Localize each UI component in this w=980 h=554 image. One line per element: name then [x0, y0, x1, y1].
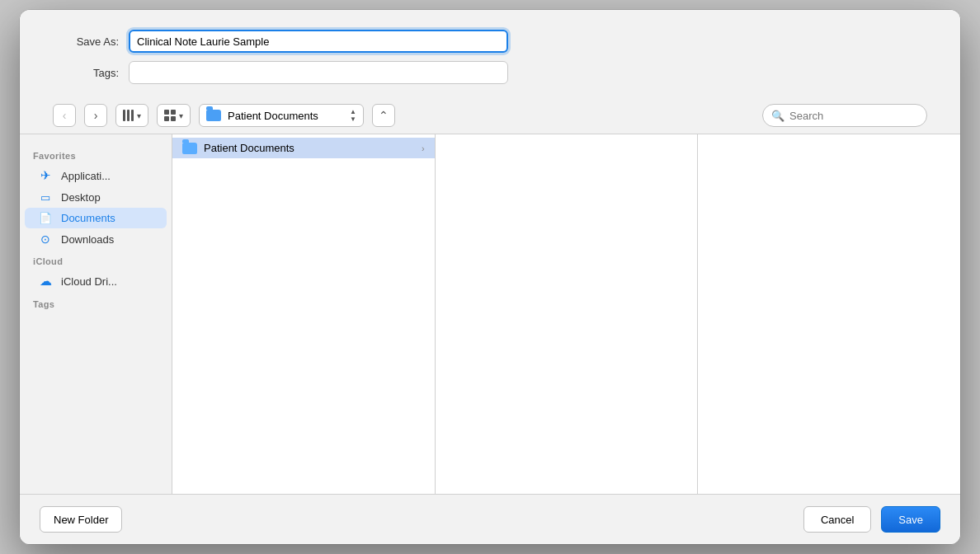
bottom-bar: New Folder Cancel Save [20, 494, 960, 544]
sidebar-documents-label: Documents [61, 212, 115, 224]
sidebar-item-downloads[interactable]: ⊙ Downloads [25, 228, 167, 250]
sidebar-item-icloud-drive[interactable]: ☁ iCloud Dri... [25, 270, 167, 293]
tags-row: Tags: [53, 61, 927, 84]
favorites-section-label: Favorites [20, 144, 172, 164]
documents-icon: 📄 [38, 212, 53, 224]
grid-view-button[interactable]: ▾ [157, 104, 191, 127]
search-icon: 🔍 [771, 110, 784, 122]
back-button[interactable]: ‹ [53, 104, 76, 127]
patient-documents-folder-icon [182, 143, 197, 154]
up-button[interactable]: ⌃ [372, 104, 395, 127]
sidebar-item-desktop[interactable]: ▭ Desktop [25, 187, 167, 208]
file-browser: Patient Documents › [172, 134, 960, 494]
sidebar: Favorites ✈ Applicati... ▭ Desktop 📄 Doc… [20, 134, 172, 494]
sidebar-desktop-label: Desktop [61, 191, 101, 204]
sidebar-item-applications[interactable]: ✈ Applicati... [25, 164, 167, 187]
sidebar-icloud-label: iCloud Dri... [61, 275, 117, 288]
downloads-icon: ⊙ [38, 232, 53, 246]
save-button[interactable]: Save [881, 506, 940, 533]
tags-section-label: Tags [20, 293, 172, 312]
grid-view-icon [164, 110, 176, 121]
location-folder-icon [206, 110, 221, 121]
save-as-row: Save As: [53, 30, 927, 53]
columns-view-icon [123, 110, 134, 121]
save-as-label: Save As: [53, 35, 119, 48]
forward-button[interactable]: › [84, 104, 107, 127]
applications-icon: ✈ [38, 168, 53, 183]
search-input[interactable] [789, 110, 913, 122]
icloud-section-label: iCloud [20, 250, 172, 270]
icloud-icon: ☁ [38, 274, 53, 289]
file-item-patient-documents[interactable]: Patient Documents › [172, 138, 435, 158]
columns-view-button[interactable]: ▾ [115, 104, 148, 127]
patient-documents-chevron: › [422, 143, 425, 153]
location-picker[interactable]: Patient Documents ▲ ▼ [199, 104, 364, 127]
save-dialog: Save As: Tags: ‹ › ▾ ▾ [20, 10, 960, 544]
browser-column-1: Patient Documents › [172, 134, 436, 494]
columns-view-chevron: ▾ [137, 111, 141, 120]
top-form-area: Save As: Tags: [20, 10, 960, 97]
location-arrows: ▲ ▼ [350, 109, 356, 123]
main-content: Favorites ✈ Applicati... ▭ Desktop 📄 Doc… [20, 134, 960, 494]
browser-column-2 [436, 134, 699, 494]
browser-column-3 [698, 134, 960, 494]
sidebar-item-documents[interactable]: 📄 Documents [25, 208, 167, 228]
new-folder-button[interactable]: New Folder [40, 506, 122, 533]
grid-view-chevron: ▾ [179, 111, 183, 120]
desktop-icon: ▭ [38, 191, 53, 204]
search-box[interactable]: 🔍 [762, 104, 927, 127]
sidebar-downloads-label: Downloads [61, 233, 114, 246]
location-label: Patient Documents [228, 110, 343, 122]
sidebar-applications-label: Applicati... [61, 170, 111, 182]
save-as-input[interactable] [129, 30, 508, 53]
cancel-button[interactable]: Cancel [803, 506, 871, 533]
tags-input[interactable] [129, 61, 508, 84]
patient-documents-name: Patient Documents [204, 142, 415, 154]
toolbar: ‹ › ▾ ▾ Patient Documents ▲ ▼ [20, 97, 960, 134]
tags-label: Tags: [53, 67, 119, 79]
